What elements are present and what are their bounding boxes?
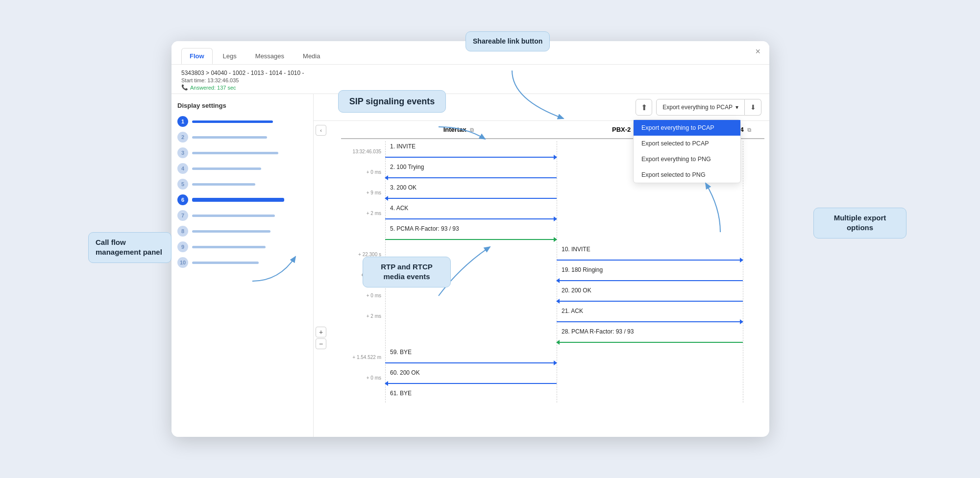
event-content: 21. ACK (385, 306, 764, 326)
event-content: 28. PCMA R-Factor: 93 / 93 (385, 326, 764, 347)
arrowhead-left (385, 175, 388, 180)
chevron-down-icon: ▾ (735, 104, 738, 111)
arrowhead-right (554, 216, 557, 221)
event-time: + 0 ms (341, 293, 385, 298)
table-row: + 104 ms 19. 180 Ringing (341, 264, 764, 285)
leg-bar-container (192, 230, 307, 233)
time-col-spacer (341, 126, 385, 133)
event-content: 60. 200 OK (385, 367, 764, 388)
leg-number: 6 (177, 194, 188, 205)
table-row: + 1.54.522 m 59. BYE (341, 347, 764, 367)
table-row: 5. PCMA R-Factor: 93 / 93 (341, 223, 764, 244)
event-time: + 2 ms (341, 313, 385, 319)
table-row: + 9 ms 3. 200 OK (341, 182, 764, 203)
export-download-button[interactable]: ⬇ (745, 99, 761, 116)
tab-bar: Flow Legs Messages Media (181, 48, 328, 64)
list-item[interactable]: 4 (177, 163, 307, 174)
export-dropdown-button[interactable]: Export everything to PCAP ▾ (656, 99, 745, 116)
event-content: 5. PCMA R-Factor: 93 / 93 (385, 223, 764, 244)
leg-bar-container (192, 262, 307, 264)
leg-bar-container (192, 167, 307, 170)
export-button-group: Export everything to PCAP ▾ ⬇ (656, 99, 761, 116)
tab-messages[interactable]: Messages (247, 48, 293, 64)
event-content: 3. 200 OK (385, 182, 764, 203)
tab-media[interactable]: Media (294, 48, 328, 64)
table-row: + 0 ms 20. 200 OK (341, 285, 764, 306)
leg-bar-container (192, 215, 307, 217)
event-label: 20. 200 OK (562, 287, 591, 294)
arrow-line (385, 218, 557, 219)
tab-legs[interactable]: Legs (215, 48, 245, 64)
close-button[interactable]: × (755, 47, 760, 56)
leg-number: 9 (177, 241, 188, 252)
leg-bar (192, 152, 278, 154)
event-label: 3. 200 OK (390, 184, 416, 191)
arrow-line (385, 157, 557, 158)
list-item[interactable]: 7 (177, 210, 307, 221)
tab-flow[interactable]: Flow (181, 48, 213, 64)
event-label: 59. BYE (390, 349, 412, 356)
list-item[interactable]: 9 (177, 241, 307, 252)
zoom-in-button[interactable]: + (316, 327, 326, 337)
event-time: 13:32:46.035 (341, 149, 385, 154)
leg-bar (192, 198, 284, 202)
leg-number: 10 (177, 257, 188, 268)
arrowhead-right (554, 360, 557, 365)
table-row: + 0 ms 60. 200 OK (341, 367, 764, 388)
list-item[interactable]: 8 (177, 226, 307, 237)
arrowhead-left-green (556, 340, 560, 345)
arrow-line (385, 177, 557, 178)
export-menu-item-png-selected[interactable]: Export selected to PNG (634, 167, 740, 183)
event-label: 1. INVITE (390, 143, 416, 150)
zoom-out-button[interactable]: − (316, 338, 326, 349)
export-label: Export everything to PCAP (662, 104, 733, 111)
leg-bar-container (192, 246, 307, 248)
leg-bar-container (192, 198, 307, 202)
leg-bar (192, 246, 266, 248)
event-label: 21. ACK (562, 308, 583, 314)
call-start-time: Start time: 13:32:46.035 (181, 77, 760, 83)
leg-number: 8 (177, 226, 188, 237)
event-time: + 2 ms (341, 211, 385, 216)
copy-icon-far-right[interactable]: ⧉ (747, 127, 751, 133)
share-button[interactable]: ⬆ (636, 99, 652, 116)
arrowhead-left (556, 278, 560, 283)
arrow-line-green (557, 342, 743, 343)
list-item[interactable]: 2 (177, 132, 307, 143)
table-row: + 2 ms 21. ACK (341, 306, 764, 326)
event-content: 4. ACK (385, 203, 764, 223)
arrow-line (557, 321, 743, 322)
export-menu-item-pcap-selected[interactable]: Export selected to PCAP (634, 136, 740, 151)
main-content: Display settings 1 2 3 (172, 94, 769, 437)
list-item[interactable]: 10 (177, 257, 307, 268)
leg-number: 7 (177, 210, 188, 221)
table-row: + 22.300 s 10. INVITE (341, 244, 764, 264)
event-time: + 9 ms (341, 190, 385, 195)
copy-icon-intertax[interactable]: ⧉ (470, 127, 474, 133)
table-row: 28. PCMA R-Factor: 93 / 93 (341, 326, 764, 347)
call-id: 5343803 > 04040 - 1002 - 1013 - 1014 - 1… (181, 70, 760, 76)
event-content: 59. BYE (385, 347, 764, 367)
list-item[interactable]: 3 (177, 147, 307, 158)
arrow-line (385, 362, 557, 363)
leg-number: 5 (177, 179, 188, 190)
arrowhead-right (740, 258, 743, 263)
leg-bar (192, 167, 261, 170)
annotation-export-options: Multiple export options (813, 208, 906, 239)
leg-bar (192, 262, 259, 264)
export-toolbar: ⬆ Export everything to PCAP ▾ ⬇ Export (314, 94, 769, 121)
list-item[interactable]: 5 (177, 179, 307, 190)
zoom-controls: + − (316, 327, 326, 349)
list-item[interactable]: 6 (177, 194, 307, 205)
event-time: + 22.300 s (341, 252, 385, 257)
export-menu-item-pcap-all[interactable]: Export everything to PCAP (634, 120, 740, 136)
status-text: Answered: 137 sec (190, 85, 236, 91)
collapse-button[interactable]: ‹ (316, 125, 326, 136)
sidebar: Display settings 1 2 3 (172, 94, 314, 437)
list-item[interactable]: 1 (177, 116, 307, 127)
leg-bar-container (192, 136, 307, 139)
arrowhead-right-green (554, 237, 557, 242)
col-header-intertax: Intertax ⧉ (385, 126, 532, 133)
export-menu-item-png-all[interactable]: Export everything to PNG (634, 151, 740, 167)
col-label-intertax: Intertax (443, 126, 466, 133)
